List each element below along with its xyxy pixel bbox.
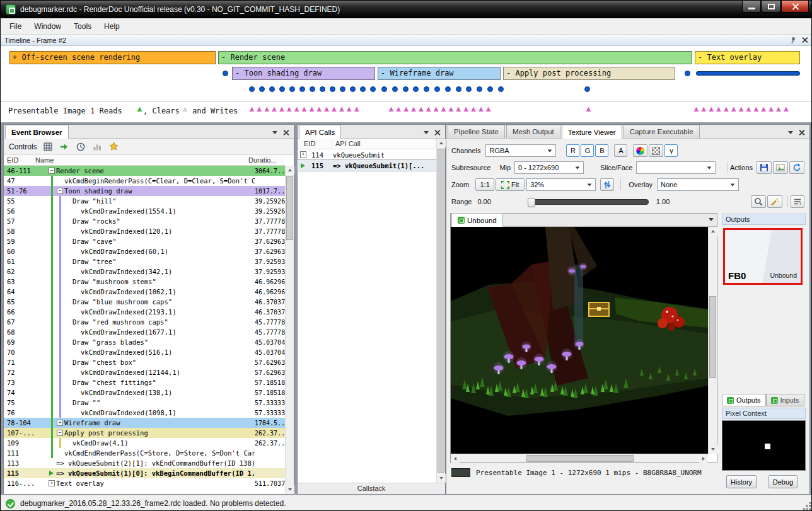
- resource-usage-triangles[interactable]: ▲: [181, 104, 188, 113]
- tab-event-browser[interactable]: Event Browser: [5, 125, 69, 139]
- resource-usage-triangles[interactable]: ▲: [136, 104, 143, 113]
- event-row[interactable]: 109vkCmdDraw(4,1)262.37...: [4, 438, 285, 448]
- event-row[interactable]: 116-...+Text overlay511.7037: [4, 478, 285, 488]
- timeline-draw-dot[interactable]: [310, 86, 315, 92]
- tab-mesh-output[interactable]: Mesh Output: [506, 125, 560, 138]
- channels-select[interactable]: RGBA: [485, 144, 556, 157]
- channel-blue-toggle[interactable]: B: [595, 144, 608, 157]
- channel-red-toggle[interactable]: R: [566, 144, 579, 157]
- zoom-select[interactable]: 32%: [526, 178, 596, 191]
- panel-menu-icon[interactable]: [788, 131, 793, 134]
- slice-select[interactable]: [636, 161, 716, 174]
- tree-expander[interactable]: +: [57, 420, 63, 426]
- mip-select[interactable]: 0 - 1272x690: [514, 161, 584, 174]
- colorwheel-button[interactable]: [633, 144, 647, 157]
- timeline-draw-dot[interactable]: [403, 86, 409, 92]
- menu-tools[interactable]: Tools: [67, 20, 98, 33]
- save-texture-button[interactable]: [757, 161, 772, 174]
- column-api-call[interactable]: API Call: [332, 140, 436, 147]
- event-row[interactable]: 59Draw "cave"37.62963: [4, 236, 285, 246]
- tree-expander[interactable]: −: [57, 430, 63, 436]
- minimize-button[interactable]: [742, 1, 761, 13]
- event-browser-scrollbar[interactable]: [285, 166, 294, 494]
- debug-button[interactable]: Debug: [768, 475, 798, 488]
- event-row[interactable]: 115=> vkQueueSubmit(1)[0]: vkBeginComman…: [4, 468, 285, 478]
- event-row[interactable]: 76vkCmdDrawIndexed(1098,1)57.33333: [4, 408, 285, 418]
- fb0-thumbnail[interactable]: FB0 Unbound: [723, 228, 803, 285]
- panel-menu-icon[interactable]: [424, 131, 429, 134]
- event-row[interactable]: 64vkCmdDrawIndexed(1062,1)46.96296: [4, 287, 285, 297]
- zoom-range-button[interactable]: [751, 195, 766, 208]
- tab-pipeline-state[interactable]: Pipeline State: [448, 125, 505, 138]
- event-row[interactable]: 60vkCmdDrawIndexed(60,1)37.62963: [4, 246, 285, 256]
- timeline-marker-bar[interactable]: + Off-screen scene rendering: [9, 51, 216, 64]
- timeline-draw-dot[interactable]: [259, 86, 265, 92]
- event-row[interactable]: 68vkCmdDrawIndexed(1677,1)45.77778: [4, 327, 285, 337]
- timeline-body[interactable]: Presentable Image 1 Reads , Clears and W…: [1, 46, 812, 123]
- tree-expander[interactable]: +: [49, 480, 55, 486]
- range-options-button[interactable]: [791, 195, 804, 208]
- event-row[interactable]: 51-76−Toon shading draw1017.7...: [4, 186, 285, 196]
- event-row[interactable]: 111vkCmdEndRenderPass(C=Store, D=Store, …: [4, 448, 285, 458]
- timeline-draw-dot[interactable]: [685, 71, 690, 76]
- menu-window[interactable]: Window: [28, 20, 67, 33]
- channel-alpha-toggle[interactable]: A: [614, 144, 627, 157]
- tab-outputs[interactable]: Outputs: [722, 394, 766, 406]
- timeline-marker-bar[interactable]: - Apply post processing: [503, 67, 675, 80]
- event-row[interactable]: 55Draw "hill"39.25926: [4, 196, 285, 206]
- panel-menu-icon[interactable]: [272, 131, 277, 134]
- timeline-draw-dot[interactable]: [330, 86, 335, 92]
- event-row[interactable]: 66vkCmdDrawIndexed(2193,1)46.37037: [4, 307, 285, 317]
- timeline-draw-dot[interactable]: [299, 86, 305, 92]
- time-draws-icon[interactable]: [76, 141, 86, 152]
- channel-green-toggle[interactable]: G: [581, 144, 594, 157]
- refresh-button[interactable]: [789, 161, 804, 174]
- close-icon[interactable]: [283, 130, 289, 135]
- event-row[interactable]: 63Draw "mushroom stems"46.96296: [4, 277, 285, 287]
- event-row[interactable]: 61Draw "tree"37.92593: [4, 256, 285, 267]
- timeline-marker-bar[interactable]: - Wireframe draw: [378, 67, 501, 80]
- resource-usage-triangles[interactable]: ▲▲▲▲▲▲▲▲▲▲▲▲▲▲▲: [248, 104, 360, 113]
- event-row[interactable]: 75Draw ""57.33333: [4, 398, 285, 408]
- timeline-marker-bar[interactable]: - Render scene: [218, 51, 692, 64]
- column-duration[interactable]: Duratio...: [248, 156, 285, 164]
- timeline-marker-bar[interactable]: - Toon shading draw: [232, 67, 375, 80]
- history-button[interactable]: History: [726, 475, 757, 488]
- api-calls-scrollbar[interactable]: [436, 139, 445, 483]
- timeline-draw-dot[interactable]: [456, 86, 461, 92]
- timeline-draw-dot[interactable]: [381, 86, 387, 92]
- tab-unbound-texture[interactable]: Unbound: [451, 213, 503, 227]
- titlebar[interactable]: debugmarker.rdc - RenderDoc Unofficial r…: [1, 1, 812, 18]
- timeline-draw-dot[interactable]: [584, 86, 590, 92]
- timeline-draw-dot[interactable]: [269, 86, 275, 92]
- event-row[interactable]: 67Draw "red mushroom caps"45.77778: [4, 317, 285, 327]
- timeline-draw-dot[interactable]: [413, 86, 419, 92]
- event-row[interactable]: 58vkCmdDrawIndexed(120,1)37.77778: [4, 226, 285, 236]
- texture-list-dropdown-icon[interactable]: [709, 218, 714, 221]
- event-row[interactable]: 70vkCmdDrawIndexed(516,1)45.03704: [4, 347, 285, 357]
- zoom-fit-button[interactable]: Fit: [496, 178, 525, 191]
- event-row[interactable]: 107-...−Apply post processing262.37...: [4, 428, 285, 438]
- backcolor-button[interactable]: [649, 144, 663, 157]
- find-event-icon[interactable]: [43, 141, 54, 152]
- resource-usage-triangles[interactable]: ▲: [584, 104, 592, 113]
- timeline-draw-dot[interactable]: [249, 86, 255, 92]
- event-row[interactable]: 65Draw "blue mushroom caps"46.37037: [4, 297, 285, 307]
- event-row[interactable]: 46-111−Render scene3064.7...: [4, 166, 285, 176]
- timeline-draw-dot[interactable]: [223, 71, 228, 76]
- goto-eid-icon[interactable]: [59, 141, 70, 152]
- range-slider[interactable]: [528, 199, 649, 205]
- texture-image[interactable]: [451, 227, 708, 454]
- timeline-draw-dot[interactable]: [477, 86, 482, 92]
- zoom-1to1-button[interactable]: 1:1: [475, 178, 494, 191]
- timeline-draw-dot[interactable]: [466, 86, 472, 92]
- timeline-draw-dot[interactable]: [498, 86, 504, 92]
- close-button[interactable]: [781, 1, 809, 13]
- pin-icon[interactable]: [790, 37, 797, 43]
- maximize-button[interactable]: [762, 1, 780, 13]
- column-eid[interactable]: EID: [298, 140, 332, 147]
- tab-inputs[interactable]: Inputs: [766, 394, 804, 406]
- timeline-draw-dot[interactable]: [370, 86, 376, 92]
- timeline-draw-dot[interactable]: [340, 86, 345, 92]
- timeline-draw-dot[interactable]: [434, 86, 440, 92]
